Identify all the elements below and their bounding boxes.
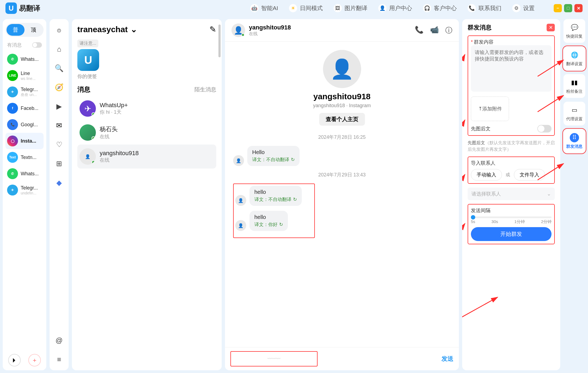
menu-img-translate[interactable]: 🖼图片翻译 — [334, 4, 367, 12]
video-icon[interactable]: 📹 — [430, 26, 439, 35]
annotation-arrow — [462, 117, 468, 172]
contact-select-placeholder: 请选择联系人 — [471, 191, 501, 197]
chat-name: yangshitou918 — [100, 150, 214, 157]
filter-toggle[interactable] — [32, 42, 42, 48]
broadcast-content-input[interactable] — [471, 45, 552, 92]
tab-ding[interactable]: 顶 — [25, 24, 42, 36]
account-item[interactable]: ✈ Telegr... undefin... — [5, 182, 44, 198]
chat-item[interactable]: 👤 yangshitou918 在线 — [77, 145, 216, 169]
nav-home-icon[interactable]: ⌂ — [54, 44, 65, 55]
right-rail-item[interactable]: 🌐 翻译设置 — [563, 47, 585, 70]
nav-explore-icon[interactable]: 🧭 — [54, 82, 65, 93]
nav-threads-icon[interactable]: @ — [54, 335, 65, 346]
annotation-arrow — [462, 294, 500, 327]
manual-input-button[interactable]: 手动输入 — [471, 169, 502, 181]
add-account-button[interactable]: ＋ — [28, 354, 41, 366]
account-name: Telegr... — [21, 87, 42, 92]
date-separator-2: 2024年7月29日 13:43 — [233, 172, 451, 178]
interval-slider[interactable] — [471, 216, 552, 218]
slider-knob[interactable] — [471, 215, 475, 219]
menu-user-center[interactable]: 👤用户中心 — [378, 4, 412, 12]
pic-first-toggle[interactable] — [537, 125, 552, 133]
message-bubble[interactable]: Hello 译文：不自动翻译↻ — [247, 146, 300, 166]
collapse-button[interactable]: ⏵ — [8, 354, 21, 366]
account-item[interactable]: Text Textn... — [5, 149, 44, 166]
right-rail-item[interactable]: ⠿ 群发消息 — [563, 129, 585, 153]
start-broadcast-button[interactable]: 开始群发 — [471, 227, 552, 241]
account-name: Textn... — [21, 155, 42, 160]
right-rail-item[interactable]: ▭ 代理设置 — [563, 102, 585, 125]
menu-contact[interactable]: 📞联系我们 — [468, 4, 501, 12]
platform-icon: ◯ — [7, 136, 18, 146]
notice-card[interactable]: 请注意... U 你的便签 — [77, 40, 110, 80]
account-item[interactable]: 📞 Googl... — [5, 116, 44, 133]
nav-reels-icon[interactable]: ▶ — [54, 101, 65, 112]
import-buttons: 手动输入 或 文件导入 — [471, 169, 552, 181]
section-stranger[interactable]: 陌生消息 — [194, 86, 216, 93]
menu-ai[interactable]: 🤖智能AI — [250, 4, 278, 12]
nav-search-icon[interactable]: 🔍 — [54, 63, 65, 74]
nav-create-icon[interactable]: ⊞ — [54, 158, 65, 169]
refresh-icon[interactable]: ↻ — [291, 157, 295, 163]
top-bar: U 易翻译 🤖智能AI ☀日间模式 🖼图片翻译 👤用户中心 🎧客户中心 📞联系我… — [0, 0, 588, 16]
chat-panel: 👤 yangshitou918 在线 📞 📹 ⓘ 👤 yangshitou918… — [225, 19, 459, 370]
phone-icon: 📞 — [468, 4, 476, 12]
scrollbar[interactable] — [218, 25, 221, 57]
menu-settings[interactable]: ⚙设置 — [512, 4, 535, 12]
account-item[interactable]: ✆ Whats... — [5, 51, 44, 67]
maximize-button[interactable]: □ — [564, 4, 572, 12]
account-item[interactable]: ✈ Telegr... 叁叁 un... — [5, 84, 44, 100]
message-translation: 译文：你好↻ — [254, 221, 283, 228]
minimize-button[interactable]: − — [554, 4, 562, 12]
nav-messages-icon[interactable]: ✉ — [54, 120, 65, 131]
file-import-button[interactable]: 文件导入 — [514, 169, 545, 181]
close-button[interactable]: ✕ — [574, 4, 583, 12]
add-attachment-button[interactable]: ⤒ 添加附件 — [471, 97, 509, 121]
nav-menu-icon[interactable]: ≡ — [54, 354, 65, 365]
chat-item[interactable]: ✈ WhatsUp+ 你 hi · 1天 — [77, 97, 216, 121]
nav-likes-icon[interactable]: ♡ — [54, 139, 65, 150]
compose-button[interactable]: ✎ — [209, 25, 216, 34]
interval-label: 发送间隔 — [471, 207, 552, 214]
chat-header-info: yangshitou918 在线 — [249, 24, 291, 37]
account-item[interactable]: ✆ Whats... — [5, 166, 44, 182]
annotation-arrow — [462, 52, 468, 123]
refresh-icon[interactable]: ↻ — [279, 222, 283, 227]
menu-img-label: 图片翻译 — [345, 4, 367, 12]
accounts-sidebar: 普 顶 有消息 ✆ Whats... LINE Line ws line...✈… — [3, 19, 46, 370]
top-menu: 🤖智能AI ☀日间模式 🖼图片翻译 👤用户中心 🎧客户中心 📞联系我们 ⚙设置 … — [250, 4, 583, 12]
info-icon[interactable]: ⓘ — [445, 26, 452, 35]
chat-header-avatar[interactable]: 👤 — [231, 23, 245, 37]
send-button[interactable]: 发送 — [441, 355, 453, 363]
menu-mode[interactable]: ☀日间模式 — [289, 4, 323, 12]
filter-label: 有消息 — [7, 42, 22, 48]
chat-avatar: 👤 — [80, 148, 96, 165]
right-rail-item[interactable]: 💬 快捷回复 — [563, 19, 585, 43]
account-item[interactable]: f Faceb... — [5, 100, 44, 116]
platform-icon: ✈ — [7, 86, 18, 97]
account-title[interactable]: traneasychat⌄ — [77, 25, 137, 34]
broadcast-close-button[interactable]: ✕ — [547, 24, 555, 31]
online-dot-icon — [241, 33, 245, 37]
message-bubble[interactable]: hello 译文：你好↻ — [249, 211, 288, 231]
right-rail-item[interactable]: ▮▮ 粉丝备注 — [563, 74, 585, 98]
nav-instagram-icon[interactable]: ⌾ — [54, 25, 65, 35]
chat-item[interactable]: 杨石头 在线 — [77, 121, 216, 145]
refresh-icon[interactable]: ↻ — [293, 197, 297, 202]
nav-profile-icon[interactable]: ◆ — [54, 177, 65, 188]
chat-body[interactable]: 👤 yangshitou918 yangshitou918 · Instagra… — [225, 42, 459, 347]
account-name: Telegr... — [21, 185, 42, 191]
menu-customer-center[interactable]: 🎧客户中心 — [423, 4, 457, 12]
account-sub: ws line... — [21, 76, 42, 81]
contact-select[interactable]: 请选择联系人 ⌄ — [468, 188, 555, 200]
tab-pu[interactable]: 普 — [7, 24, 25, 36]
account-item[interactable]: LINE Line ws line... — [5, 67, 44, 84]
redacted-input[interactable]: 〰〰〰 — [230, 351, 318, 366]
call-icon[interactable]: 📞 — [415, 26, 424, 35]
account-item[interactable]: ◯ Insta... — [5, 133, 44, 149]
account-name: Whats... — [21, 56, 42, 62]
rail-label: 代理设置 — [566, 116, 583, 122]
section-messages[interactable]: 消息 — [77, 85, 90, 94]
message-bubble[interactable]: hello 译文：不自动翻译↻ — [249, 186, 302, 206]
view-profile-button[interactable]: 查看个人主页 — [319, 113, 365, 126]
